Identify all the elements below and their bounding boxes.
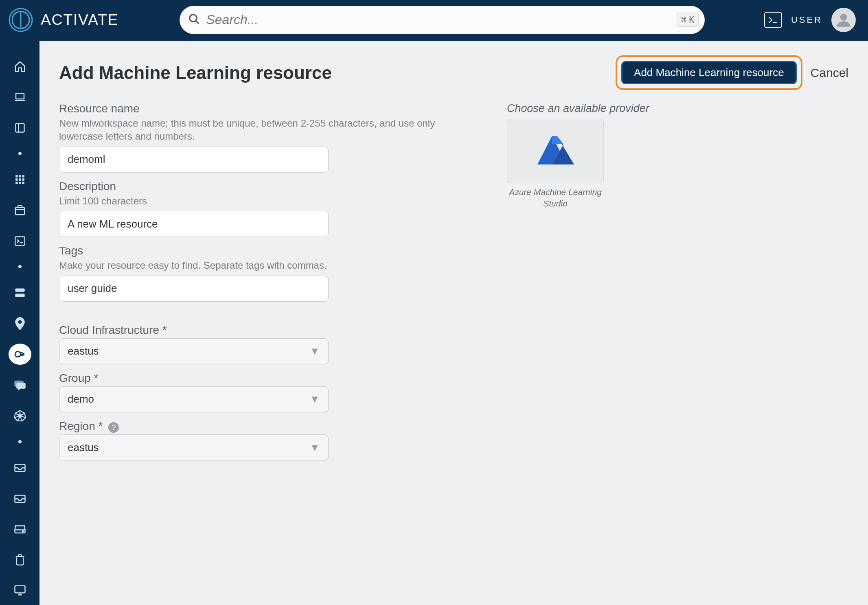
nav-home[interactable]: [9, 56, 31, 77]
svg-rect-8: [15, 123, 24, 132]
provider-column: Choose an available provider Azure Machi…: [507, 102, 649, 468]
tags-label: Tags: [59, 244, 466, 257]
search-input[interactable]: [200, 12, 677, 27]
chevron-down-icon: ▼: [309, 441, 320, 454]
nav-apps-grid[interactable]: [9, 169, 31, 190]
page-actions: Add Machine Learning resource Cancel: [616, 55, 848, 90]
submit-highlight: Add Machine Learning resource: [616, 55, 802, 90]
nav-drive[interactable]: [9, 518, 31, 539]
cloud-infra-value: eastus: [68, 345, 99, 357]
nav-package[interactable]: [9, 200, 31, 221]
region-label-text: Region *: [59, 420, 103, 432]
nav-monitor[interactable]: [9, 580, 31, 601]
svg-line-3: [196, 20, 199, 24]
nav-inbox-2[interactable]: [9, 488, 31, 509]
svg-point-5: [840, 14, 847, 21]
svg-rect-12: [22, 175, 24, 177]
nav-laptop[interactable]: [9, 87, 31, 108]
nav-separator-3: [9, 436, 31, 447]
global-search[interactable]: ⌘ K: [180, 6, 705, 34]
resource-name-input[interactable]: [59, 147, 329, 173]
topbar: ACTIVATE ⌘ K USER: [0, 0, 868, 39]
search-icon: [188, 13, 200, 27]
svg-rect-11: [19, 175, 21, 177]
svg-rect-20: [15, 237, 24, 245]
svg-rect-6: [16, 94, 24, 99]
field-region: Region * ? eastus ▼: [59, 420, 466, 461]
svg-rect-15: [22, 178, 24, 180]
nav-inbox-1[interactable]: [9, 457, 31, 478]
svg-rect-13: [15, 178, 18, 180]
form-column: Resource name New mlworkspace name; this…: [59, 102, 466, 468]
svg-point-26: [18, 414, 22, 417]
avatar[interactable]: [831, 8, 856, 32]
field-group: Group * demo ▼: [59, 372, 466, 412]
svg-point-2: [190, 14, 197, 22]
svg-rect-10: [15, 175, 18, 177]
provider-card-azure[interactable]: [507, 119, 604, 183]
azure-icon: [535, 133, 576, 169]
group-value: demo: [68, 393, 94, 406]
svg-rect-7: [15, 100, 25, 101]
brand-name: ACTIVATE: [41, 11, 118, 28]
page-header: Add Machine Learning resource Add Machin…: [59, 55, 848, 90]
brand: ACTIVATE: [7, 6, 118, 34]
svg-rect-17: [19, 182, 21, 184]
chevron-down-icon: ▼: [309, 393, 320, 406]
svg-line-33: [15, 413, 18, 415]
svg-point-37: [22, 531, 24, 532]
user-label: USER: [791, 15, 822, 25]
svg-rect-16: [15, 182, 18, 184]
nav-chat[interactable]: [9, 375, 31, 396]
resource-name-hint: New mlworkspace name; this must be uniqu…: [59, 117, 466, 143]
nav-servers[interactable]: [9, 282, 31, 303]
nav-console[interactable]: [9, 230, 31, 252]
nav-panel[interactable]: [9, 117, 31, 138]
cloud-infra-select[interactable]: eastus ▼: [59, 338, 329, 364]
brand-logo-icon: [7, 6, 35, 34]
region-value: eastus: [68, 441, 99, 454]
provider-heading: Choose an available provider: [507, 102, 649, 115]
help-icon[interactable]: ?: [108, 422, 119, 433]
field-cloud-infra: Cloud Infrastructure * eastus ▼: [59, 324, 466, 364]
resource-name-label: Resource name: [59, 102, 466, 115]
svg-rect-19: [15, 208, 24, 215]
svg-line-31: [17, 417, 19, 421]
kbd-key: K: [689, 15, 694, 25]
tags-input[interactable]: [59, 276, 329, 302]
svg-rect-18: [22, 182, 24, 184]
nav-location[interactable]: [9, 313, 31, 334]
field-tags: Tags Make your resource easy to find. Se…: [59, 244, 466, 301]
svg-line-30: [20, 417, 22, 421]
terminal-button[interactable]: [764, 12, 782, 28]
field-description: Description Limit 100 characters: [59, 180, 466, 237]
nav-separator-1: [9, 148, 31, 160]
search-shortcut-hint: ⌘ K: [677, 13, 699, 27]
main-content: Add Machine Learning resource Add Machin…: [39, 39, 868, 605]
form-layout: Resource name New mlworkspace name; this…: [59, 102, 848, 468]
field-resource-name: Resource name New mlworkspace name; this…: [59, 102, 466, 173]
svg-marker-43: [552, 136, 563, 144]
svg-rect-14: [19, 178, 21, 180]
svg-line-28: [21, 413, 24, 415]
svg-rect-23: [15, 294, 24, 297]
sidebar: [0, 39, 39, 605]
tags-hint: Make your resource easy to find. Separat…: [59, 259, 466, 272]
submit-button[interactable]: Add Machine Learning resource: [621, 61, 797, 84]
svg-rect-38: [15, 586, 25, 593]
cloud-infra-label: Cloud Infrastructure *: [59, 324, 466, 337]
nav-kubernetes[interactable]: [9, 405, 31, 426]
group-select[interactable]: demo ▼: [59, 386, 329, 412]
nav-trash[interactable]: [9, 549, 31, 570]
nav-separator-2: [9, 261, 31, 273]
nav-ml-active[interactable]: [9, 344, 31, 365]
kbd-modifier: ⌘: [681, 15, 686, 25]
description-input[interactable]: [59, 211, 329, 237]
svg-rect-22: [15, 289, 24, 292]
cancel-link[interactable]: Cancel: [811, 66, 848, 80]
region-select[interactable]: eastus ▼: [59, 434, 329, 460]
group-label: Group *: [59, 372, 466, 385]
page-title: Add Machine Learning resource: [59, 63, 332, 83]
chevron-down-icon: ▼: [309, 345, 320, 357]
provider-name: Azure Machine Learning Studio: [507, 186, 604, 210]
